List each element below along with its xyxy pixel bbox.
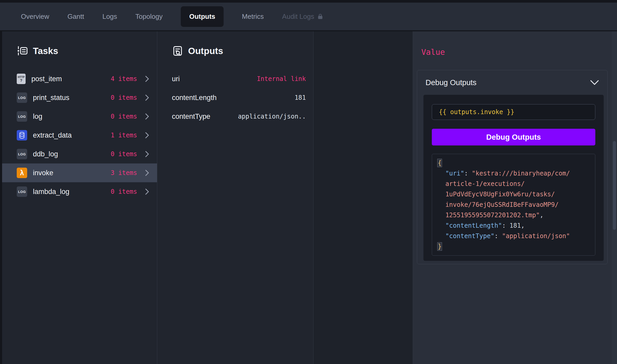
task-items-count: 3 items <box>111 169 137 177</box>
output-key: contentType <box>172 113 238 121</box>
lambda-icon: λ <box>17 168 27 178</box>
output-row-uri[interactable]: uriInternal link <box>157 69 313 88</box>
tab-outputs[interactable]: Outputs <box>181 6 224 27</box>
chevron-down-icon[interactable] <box>590 80 599 85</box>
tab-label: Gantt <box>67 13 84 20</box>
dynamodb-icon <box>17 130 27 140</box>
task-row-log[interactable]: LOGlog0 items <box>2 107 157 126</box>
tab-label: Logs <box>102 13 117 20</box>
outputs-list: uriInternal linkcontentLength181contentT… <box>157 69 313 126</box>
tasks-panel-title: Tasks <box>33 46 58 56</box>
debug-outputs-body: {{ outputs.invoke }} Debug Outputs { "ur… <box>423 95 604 261</box>
task-name: post_item <box>31 75 111 83</box>
chevron-right-icon <box>144 169 150 177</box>
chevron-right-icon <box>144 94 150 102</box>
code-line: "contentType": "application/json" <box>438 231 590 241</box>
task-name: log <box>33 113 111 121</box>
tab-label: Topology <box>135 13 162 20</box>
task-items-count: 4 items <box>111 75 137 83</box>
task-items-count: 0 items <box>111 150 137 158</box>
tasks-list-icon <box>17 45 28 57</box>
tab-topology[interactable]: Topology <box>135 13 162 21</box>
output-value: application/json.. <box>238 113 306 120</box>
chevron-right-icon <box>144 131 150 139</box>
tab-label: Outputs <box>189 13 215 20</box>
code-line: 1uPdVdEycV8UgFix0Yw6ru/tasks/ <box>438 189 590 199</box>
execution-tab-bar: OverviewGanttLogsTopologyOutputsMetricsA… <box>0 3 617 31</box>
outputs-panel-title: Outputs <box>188 46 223 56</box>
code-line: invoke/76ejQuSSRdIBeFFavaoMP9/ <box>438 199 590 210</box>
task-items-count: 0 items <box>111 113 137 120</box>
chevron-right-icon <box>144 150 150 158</box>
code-line: 12551955955072201202.tmp", <box>438 210 590 220</box>
code-line: } <box>438 241 590 252</box>
task-row-ddb_log[interactable]: LOGddb_log0 items <box>2 145 157 163</box>
json-result-editor[interactable]: { "uri": "kestra:///binaryheap/com/ arti… <box>432 154 595 256</box>
output-key: uri <box>172 75 257 83</box>
task-row-lambda_log[interactable]: LOGlambda_log0 items <box>2 182 157 201</box>
tasks-panel: Tasks HTTP?post_item4 itemsLOGprint_stat… <box>2 31 157 364</box>
tab-logs[interactable]: Logs <box>102 13 117 21</box>
output-value: 181 <box>295 94 306 101</box>
debug-outputs-button[interactable]: Debug Outputs <box>432 129 595 145</box>
value-panel-scrollbar-thumb[interactable] <box>613 141 616 230</box>
chevron-right-icon <box>144 75 150 83</box>
file-search-icon <box>172 45 183 57</box>
task-row-print_status[interactable]: LOGprint_status0 items <box>2 88 157 107</box>
code-line: "uri": "kestra:///binaryheap/com/ <box>438 168 590 179</box>
log-icon: LOG <box>17 92 27 103</box>
tab-gantt[interactable]: Gantt <box>67 13 84 21</box>
log-icon: LOG <box>17 149 27 159</box>
task-row-invoke[interactable]: λinvoke3 items <box>2 163 157 182</box>
code-line: article-1/executions/ <box>438 179 590 189</box>
task-name: lambda_log <box>33 188 111 196</box>
chevron-right-icon <box>144 113 150 120</box>
chevron-right-icon <box>144 188 150 196</box>
output-row-contentLength[interactable]: contentLength181 <box>157 88 313 107</box>
tab-label: Audit Logs <box>282 13 314 21</box>
log-icon: LOG <box>17 111 27 122</box>
tab-metrics[interactable]: Metrics <box>242 13 264 21</box>
lock-icon <box>317 13 324 20</box>
expression-input[interactable]: {{ outputs.invoke }} <box>432 104 595 120</box>
debug-outputs-card-header[interactable]: Debug Outputs <box>417 70 607 95</box>
task-name: ddb_log <box>33 150 111 158</box>
code-line: { <box>438 158 590 168</box>
tab-label: Metrics <box>242 13 264 20</box>
task-name: invoke <box>33 169 111 177</box>
outputs-panel-header: Outputs <box>157 31 313 58</box>
debug-outputs-card-title: Debug Outputs <box>426 78 590 87</box>
task-row-post_item[interactable]: HTTP?post_item4 items <box>2 69 157 88</box>
nav-tabs: OverviewGanttLogsTopologyOutputsMetricsA… <box>21 6 324 27</box>
task-items-count: 0 items <box>111 188 137 195</box>
http-icon: HTTP? <box>17 74 26 84</box>
expression-input-value: {{ outputs.invoke }} <box>439 108 514 116</box>
tab-label: Overview <box>21 13 49 20</box>
log-icon: LOG <box>17 186 27 197</box>
task-name: print_status <box>33 94 111 102</box>
value-panel-title: Value <box>421 48 445 57</box>
debug-outputs-card: Debug Outputs {{ outputs.invoke }} Debug… <box>417 70 608 264</box>
task-items-count: 1 items <box>111 132 137 139</box>
tasks-panel-header: Tasks <box>2 31 157 58</box>
task-list: HTTP?post_item4 itemsLOGprint_status0 it… <box>2 69 157 201</box>
outputs-panel: Outputs uriInternal linkcontentLength181… <box>157 31 313 364</box>
sub-outputs-panel <box>313 31 413 364</box>
task-row-extract_data[interactable]: extract_data1 items <box>2 126 157 145</box>
value-panel: Value Debug Outputs {{ outputs.invoke }}… <box>413 31 617 364</box>
tab-overview[interactable]: Overview <box>21 13 49 21</box>
output-row-contentType[interactable]: contentTypeapplication/json.. <box>157 107 313 126</box>
output-key: contentLength <box>172 94 295 102</box>
task-items-count: 0 items <box>111 94 137 101</box>
tab-audit-logs: Audit Logs <box>282 13 324 21</box>
task-name: extract_data <box>33 131 111 139</box>
code-line: "contentLength": 181, <box>438 220 590 231</box>
internal-link[interactable]: Internal link <box>257 75 306 83</box>
